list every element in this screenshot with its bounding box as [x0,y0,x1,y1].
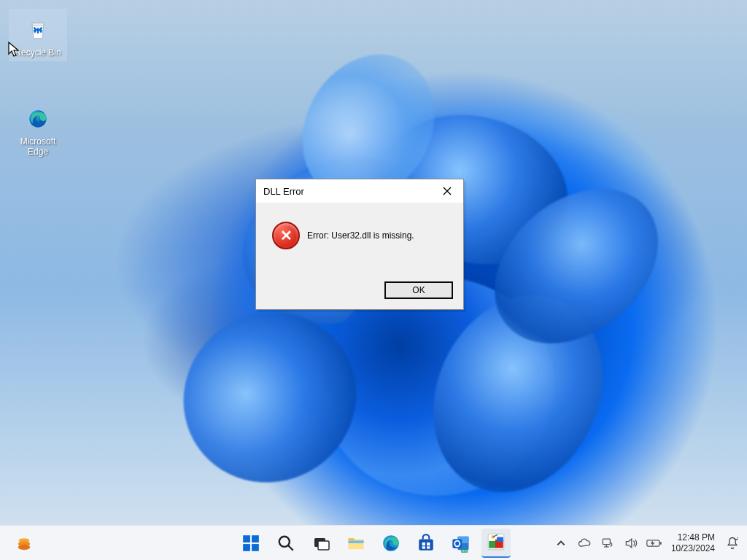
svg-rect-31 [489,541,496,548]
close-button[interactable] [437,184,457,198]
task-view-button[interactable] [306,529,336,558]
desktop-icon-label: Microsoft Edge [20,137,56,158]
notifications-button[interactable]: z [724,534,741,552]
svg-text:NEW: NEW [462,549,468,552]
taskbar-clock[interactable]: 12:48 PM 10/23/2024 [670,532,716,553]
svg-rect-7 [252,535,259,542]
edge-icon [382,534,400,553]
svg-rect-38 [660,542,662,544]
svg-rect-6 [243,535,250,542]
edge-icon [21,102,55,136]
network-icon [600,536,615,551]
svg-rect-33 [497,537,503,542]
svg-point-5 [18,544,31,549]
svg-rect-15 [349,540,364,543]
search-icon [276,534,295,553]
recycle-bin-icon [21,13,55,47]
start-button[interactable] [236,529,266,558]
close-icon [443,187,452,195]
taskbar[interactable]: NEW 12:48 PM 10/23/2024 z [0,525,747,560]
running-app-icon [487,532,506,551]
volume-icon [624,536,638,551]
running-app-button[interactable] [481,529,511,558]
svg-rect-18 [422,542,425,545]
ok-button[interactable]: OK [384,281,453,299]
svg-rect-19 [427,542,430,545]
cloud-icon [577,536,592,551]
search-button[interactable] [271,529,301,558]
svg-point-10 [279,536,290,546]
svg-rect-13 [318,541,329,550]
error-icon [272,222,300,249]
desktop-icon-edge[interactable]: Microsoft Edge [9,102,67,158]
svg-rect-17 [419,539,433,550]
svg-point-29 [491,535,495,539]
network-tray-icon[interactable] [600,535,616,551]
svg-rect-34 [603,539,610,545]
svg-rect-9 [252,544,259,551]
folder-icon [346,533,366,553]
clock-date: 10/23/2024 [671,543,715,553]
chevron-up-icon [556,538,566,548]
svg-line-11 [288,545,293,551]
svg-marker-1 [32,23,44,26]
svg-text:z: z [737,536,739,540]
error-dialog[interactable]: DLL Error Error: User32.dll is missing. … [255,179,464,310]
svg-rect-21 [427,546,430,548]
outlook-icon: NEW [451,533,471,553]
outlook-button[interactable]: NEW [446,529,476,558]
desktop-icon-recycle-bin[interactable]: Recycle Bin [9,9,67,61]
svg-rect-8 [243,544,250,551]
dialog-message: Error: User32.dll is missing. [307,230,414,241]
store-button[interactable] [411,529,441,558]
dialog-title: DLL Error [263,186,304,197]
bell-icon: z [725,536,740,551]
dialog-titlebar[interactable]: DLL Error [256,179,463,203]
volume-tray-icon[interactable] [623,535,639,551]
edge-taskbar-button[interactable] [376,529,406,558]
clock-time: 12:48 PM [671,532,715,542]
onedrive-tray-icon[interactable] [576,535,592,551]
battery-tray-icon[interactable] [646,535,662,551]
taskbar-left-app-icon[interactable] [16,535,32,551]
store-icon [417,534,436,553]
windows-logo-icon [241,534,260,553]
desktop-icon-label: Recycle Bin [15,48,61,58]
desktop[interactable]: Recycle Bin Microsoft Edge DLL Error [0,0,747,525]
svg-rect-20 [422,546,425,548]
task-view-icon [312,534,330,552]
battery-icon [646,536,662,551]
tray-overflow-button[interactable] [553,535,569,551]
file-explorer-button[interactable] [341,529,371,558]
